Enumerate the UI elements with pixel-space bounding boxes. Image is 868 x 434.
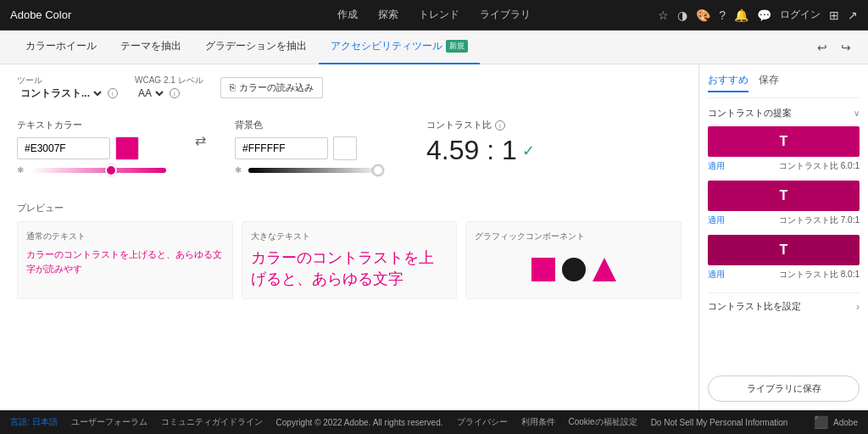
preview-section: プレビュー 通常のテキスト カラーのコントラストを上げると、あらゆる文字が読みや… bbox=[17, 202, 682, 299]
suggestion-swatch-3: T bbox=[708, 235, 860, 265]
top-navigation: Adobe Color 作成 探索 トレンド ライブラリ ☆ ◑ 🎨 ? 🔔 💬… bbox=[0, 0, 868, 31]
graphic-circle bbox=[562, 258, 586, 281]
footer: 言語: 日本語 ユーザーフォーラム コミュニティガイドライン Copyright… bbox=[0, 410, 868, 434]
footer-language[interactable]: 言語: 日本語 bbox=[10, 416, 58, 428]
color-read-button[interactable]: ⎘ カラーの読み込み bbox=[220, 77, 323, 98]
library-save-button[interactable]: ライブラリに保存 bbox=[708, 376, 860, 402]
bg-color-input-row bbox=[235, 136, 384, 160]
main-layout: ツール コントラスト... i WCAG 2.1 レベル AA i bbox=[0, 64, 868, 410]
suggestion-swatch-1: T bbox=[708, 126, 860, 157]
suggestion-meta-3: 適用 コントラスト比 8.0:1 bbox=[708, 269, 860, 281]
wcag-info-icon[interactable]: i bbox=[170, 88, 180, 98]
contrast-value: 4.59 : 1 ✓ bbox=[426, 135, 535, 166]
t-letter-1: T bbox=[780, 134, 788, 149]
subnav-color-wheel[interactable]: カラーホイール bbox=[14, 31, 108, 64]
notification-icon[interactable]: 🔔 bbox=[734, 8, 748, 22]
tab-saved[interactable]: 保存 bbox=[759, 73, 779, 92]
preview-label: プレビュー bbox=[17, 202, 682, 214]
tool-label: ツール bbox=[17, 75, 118, 86]
undo-button[interactable]: ↩ bbox=[814, 39, 831, 56]
bg-color-slider[interactable] bbox=[248, 168, 384, 173]
tool-row: ツール コントラスト... i WCAG 2.1 レベル AA i bbox=[17, 75, 682, 100]
wcag-select[interactable]: AA bbox=[135, 86, 166, 100]
footer-terms[interactable]: 利用条件 bbox=[521, 416, 555, 428]
apply-button-3[interactable]: 適用 bbox=[708, 269, 725, 281]
preview-graphic-shapes bbox=[475, 248, 672, 281]
contrast-info-1: コントラスト比 6.0:1 bbox=[779, 160, 860, 172]
preview-normal-body: カラーのコントラストを上げると、あらゆる文字が読みやす bbox=[26, 248, 224, 275]
wcag-label: WCAG 2.1 レベル bbox=[135, 75, 203, 86]
moon-icon[interactable]: ◑ bbox=[677, 8, 687, 22]
bg-color-input[interactable] bbox=[235, 137, 328, 159]
contrast-info-icon[interactable]: i bbox=[495, 120, 505, 131]
left-panel: ツール コントラスト... i WCAG 2.1 レベル AA i bbox=[0, 64, 698, 410]
contrast-label: コントラスト比 i bbox=[426, 119, 535, 131]
footer-cookie[interactable]: Cookieの福祉設定 bbox=[569, 416, 637, 428]
preview-normal-title: 通常のテキスト bbox=[26, 231, 224, 242]
redo-button[interactable]: ↪ bbox=[837, 39, 854, 56]
app-title: Adobe Color bbox=[10, 8, 71, 21]
contrast-section: コントラスト比 i 4.59 : 1 ✓ bbox=[426, 110, 535, 166]
color-inputs-section: テキストカラー ✱ ⇄ 背景色 bbox=[17, 119, 384, 181]
contrast-suggestions-title: コントラストの提案 ∨ bbox=[708, 107, 860, 120]
copy-icon: ⎘ bbox=[230, 82, 236, 92]
footer-do-not-sell[interactable]: Do Not Sell My Personal Information bbox=[651, 418, 788, 427]
sub-nav-actions: ↩ ↪ bbox=[814, 39, 854, 56]
nav-library[interactable]: ライブラリ bbox=[480, 8, 531, 22]
swap-icon[interactable]: ⇄ bbox=[195, 119, 206, 148]
footer-user-forum[interactable]: ユーザーフォーラム bbox=[71, 416, 147, 428]
suggestion-item-2: T 適用 コントラスト比 7.0:1 bbox=[708, 181, 860, 226]
contrast-info-2: コントラスト比 7.0:1 bbox=[779, 214, 860, 226]
preview-large-title: 大きなテキスト bbox=[251, 231, 448, 242]
suggestion-item-1: T 適用 コントラスト比 6.0:1 bbox=[708, 126, 860, 172]
tool-group: ツール コントラスト... i bbox=[17, 75, 118, 100]
subnav-accessibility[interactable]: アクセシビリティツール 新規 bbox=[319, 31, 480, 64]
text-slider-row: ✱ bbox=[17, 165, 166, 175]
text-color-label: テキストカラー bbox=[17, 119, 166, 131]
tab-recommended[interactable]: おすすめ bbox=[708, 73, 748, 92]
subnav-extract-gradient[interactable]: グラデーションを抽出 bbox=[193, 31, 319, 64]
footer-privacy[interactable]: プライバシー bbox=[457, 416, 508, 428]
help-icon[interactable]: ? bbox=[719, 8, 726, 22]
adobe-logo-icon: ⬛ bbox=[814, 415, 828, 429]
nav-links: 作成 探索 トレンド ライブラリ bbox=[337, 8, 531, 22]
star-icon[interactable]: ☆ bbox=[658, 8, 669, 22]
text-color-slider[interactable] bbox=[31, 168, 166, 173]
comment-icon[interactable]: 💬 bbox=[757, 8, 771, 22]
external-icon[interactable]: ↗ bbox=[848, 8, 858, 22]
apply-button-2[interactable]: 適用 bbox=[708, 214, 725, 226]
tool-info-icon[interactable]: i bbox=[108, 88, 118, 98]
text-color-swatch[interactable] bbox=[115, 136, 139, 160]
right-panel-tabs: おすすめ 保存 bbox=[708, 73, 860, 98]
sub-navigation: カラーホイール テーマを抽出 グラデーションを抽出 アクセシビリティツール 新規… bbox=[0, 31, 868, 64]
contrast-info-3: コントラスト比 8.0:1 bbox=[779, 269, 860, 281]
apply-button-1[interactable]: 適用 bbox=[708, 160, 725, 172]
nav-trends[interactable]: トレンド bbox=[419, 8, 459, 22]
preview-graphic: グラフィックコンポーネント bbox=[465, 221, 682, 299]
login-button[interactable]: ログイン bbox=[780, 8, 821, 22]
text-color-group: テキストカラー ✱ bbox=[17, 119, 166, 181]
nav-create[interactable]: 作成 bbox=[337, 8, 358, 22]
color-wheel-icon[interactable]: 🎨 bbox=[696, 8, 710, 22]
preview-normal-text: 通常のテキスト カラーのコントラストを上げると、あらゆる文字が読みやす bbox=[17, 221, 233, 299]
t-letter-2: T bbox=[780, 188, 788, 203]
preview-large-body: カラーのコントラストを上げると、あらゆる文字 bbox=[251, 248, 448, 290]
preview-cards: 通常のテキスト カラーのコントラストを上げると、あらゆる文字が読みやす 大きなテ… bbox=[17, 221, 682, 299]
tool-select[interactable]: コントラスト... bbox=[17, 86, 104, 100]
tool-select-wrap: コントラスト... i bbox=[17, 86, 118, 100]
wcag-select-wrap: AA i bbox=[135, 86, 203, 100]
bg-slider-row: ✱ bbox=[235, 165, 384, 175]
new-badge: 新規 bbox=[446, 40, 468, 53]
text-color-input[interactable] bbox=[17, 137, 110, 159]
suggestion-swatch-2: T bbox=[708, 181, 860, 211]
suggestion-item-3: T 適用 コントラスト比 8.0:1 bbox=[708, 235, 860, 281]
footer-community[interactable]: コミュニティガイドライン bbox=[161, 416, 263, 428]
set-contrast-arrow-icon[interactable]: › bbox=[856, 301, 860, 313]
bg-color-group: 背景色 ✱ bbox=[235, 119, 384, 181]
subnav-extract-theme[interactable]: テーマを抽出 bbox=[108, 31, 193, 64]
nav-explore[interactable]: 探索 bbox=[378, 8, 398, 22]
grid-icon[interactable]: ⊞ bbox=[829, 8, 839, 22]
suggestion-meta-2: 適用 コントラスト比 7.0:1 bbox=[708, 214, 860, 226]
collapse-icon[interactable]: ∨ bbox=[854, 108, 860, 118]
bg-color-swatch[interactable] bbox=[333, 136, 357, 160]
